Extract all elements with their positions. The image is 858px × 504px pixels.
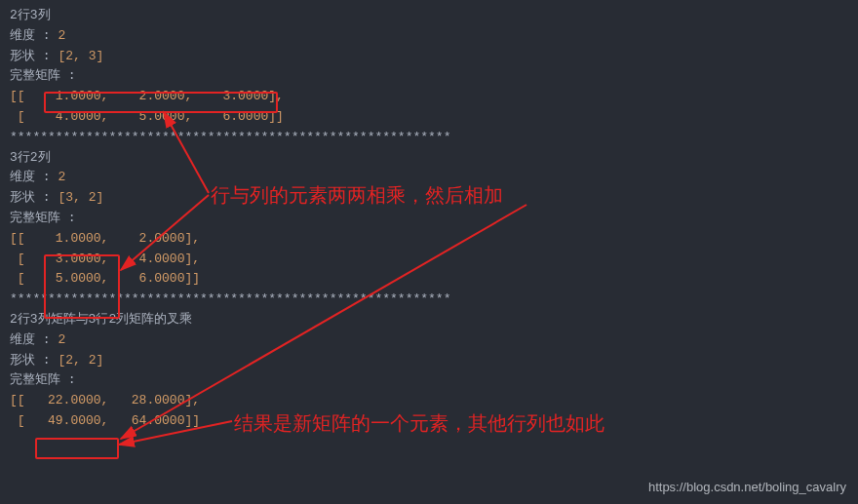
sec3-row1: [[ 22.0000, 28.0000], [10,393,200,407]
sec2-dim-label: 维度 : [10,170,51,184]
sec2-full-label: 完整矩阵 : [10,211,76,225]
sec3-dim-label: 维度 : [10,332,51,347]
sec1-title: 2行3列 [10,8,51,22]
highlight-row-a [44,92,278,113]
sec2-shape-label: 形状 : [10,190,51,205]
sec3-full-label: 完整矩阵 : [10,372,76,387]
sec3-shape-label: 形状 : [10,353,51,368]
sec1-full-label: 完整矩阵 : [10,68,76,83]
sec1-shape-label: 形状 : [10,49,51,63]
annotation-1: 行与列的元素两两相乘，然后相加 [211,179,503,211]
sec3-shape-value: [2, 2] [58,353,103,368]
annotation-2: 结果是新矩阵的一个元素，其他行列也如此 [234,407,604,439]
watermark: https://blog.csdn.net/boling_cavalry [648,478,846,498]
highlight-result-elem [35,438,119,459]
sec1-dim-label: 维度 : [10,28,51,43]
divider1: ****************************************… [10,130,450,144]
sec2-title: 3行2列 [10,150,51,165]
sec1-shape-value: [2, 3] [58,49,103,63]
sec3-row2: [ 49.0000, 64.0000]] [10,413,200,428]
sec2-shape-value: [3, 2] [58,190,103,205]
sec1-dim-value: 2 [58,28,65,43]
sec3-dim-value: 2 [58,332,65,347]
highlight-col-b [44,254,120,319]
diagram-root: 2行3列 维度 : 2 形状 : [2, 3] 完整矩阵 : [[ 1.0000… [0,0,858,504]
sec2-dim-value: 2 [58,170,65,184]
sec2-row1: [[ 1.0000, 2.0000], [10,231,200,246]
code-block: 2行3列 维度 : 2 形状 : [2, 3] 完整矩阵 : [[ 1.0000… [0,0,858,438]
